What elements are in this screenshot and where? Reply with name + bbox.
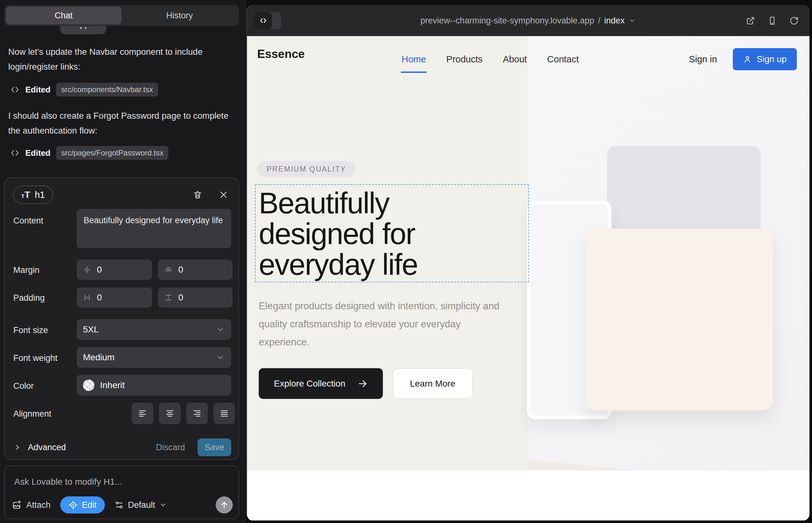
chat-message: I should also create a Forgot Password p… [8,108,234,138]
explore-collection-button[interactable]: Explore Collection [259,368,383,399]
hero-badge: PREMIUM QUALITY [257,161,356,177]
chevron-right-icon [13,443,21,451]
lovable-app: Chat History Now let's update the Navbar… [0,0,812,523]
hero-section: Essence Home Products About Contact Sign… [247,36,810,470]
sign-up-button[interactable]: Sign up [733,48,797,70]
edited-label: Edited [25,85,50,95]
learn-more-button[interactable]: Learn More [393,368,473,399]
editor-header: тT h1 [13,185,229,204]
nav-link-home[interactable]: Home [402,54,426,65]
nav-link-about[interactable]: About [503,54,527,65]
code-icon [10,85,20,94]
decorative-card-cream [586,229,773,410]
file-chip[interactable]: src/pages/ForgotPassword.tsx [56,146,169,160]
align-center-icon [165,409,175,418]
editor-footer: Advanced Discard Save [13,438,231,456]
margin-y-icon [164,266,173,274]
tab-chat[interactable]: Chat [6,7,122,24]
align-left-button[interactable] [132,403,153,424]
margin-y-input[interactable]: 0 [158,259,232,280]
align-center-button[interactable] [159,403,180,424]
external-link-icon[interactable] [746,16,755,25]
file-chip[interactable]: src/components/Navbar.tsx [56,83,158,96]
sliders-icon [114,500,124,510]
composer-toolbar: Attach Edit Default [12,496,233,514]
send-button[interactable] [216,497,233,513]
delete-element-button[interactable] [192,189,203,200]
url-host: preview--charming-site-symphony.lovable.… [421,16,595,26]
nav-link-contact[interactable]: Contact [547,54,579,65]
element-editor-panel: тT h1 Content Beautifully designed for e… [4,177,239,460]
chevron-down-icon [216,353,225,362]
nav-link-products[interactable]: Products [446,54,482,65]
hero-heading[interactable]: Beautifully designed for everyday life [259,188,418,280]
crosshair-icon [68,500,78,510]
code-icon [10,148,20,158]
arrow-right-icon [357,379,368,389]
user-icon [743,55,752,64]
save-button[interactable]: Save [198,438,231,456]
font-size-select[interactable]: 5XL [77,319,231,340]
url-page: index [604,16,625,26]
align-left-icon [138,409,147,418]
font-weight-select[interactable]: Medium [77,347,231,368]
align-right-button[interactable] [186,403,208,424]
align-justify-button[interactable] [213,403,235,424]
scrolled-chip-fragment[interactable] [60,26,106,34]
font-weight-label: Font weight [13,353,58,363]
sign-in-link[interactable]: Sign in [689,54,717,65]
attach-button[interactable]: Attach [12,500,51,510]
tab-history[interactable]: History [122,7,237,24]
site-page: Essence Home Products About Contact Sign… [247,36,810,521]
typography-icon: тT [21,189,30,200]
color-picker[interactable]: Inherit [77,375,231,396]
nav-auth: Sign in Sign up [689,36,797,82]
color-label: Color [13,381,34,391]
chat-message: Now let's update the Navbar component to… [8,44,234,74]
hero-cta-row: Explore Collection Learn More [259,368,473,399]
arrow-up-icon [220,501,229,509]
preview-window: preview--charming-site-symphony.lovable.… [246,5,810,521]
content-textarea[interactable]: Beautifully designed for everyday life [77,209,231,248]
element-tag-pill: тT h1 [13,185,53,204]
margin-x-input[interactable]: 0 [77,259,152,280]
padding-y-input[interactable]: 0 [158,287,232,308]
margin-x-icon [83,266,91,274]
hero-description: Elegant products designed with intention… [259,297,512,351]
align-right-icon [192,409,202,418]
edited-label: Edited [25,148,50,158]
content-label: Content [13,216,43,226]
padding-x-icon [83,293,91,302]
chevron-down-icon [628,17,636,24]
site-nav: Home Products About Contact [402,36,579,82]
advanced-toggle[interactable]: Advanced [28,443,66,452]
browser-chrome: preview--charming-site-symphony.lovable.… [247,5,810,36]
smartphone-icon[interactable] [768,16,777,25]
ellipsis-dot [80,27,82,29]
refresh-icon[interactable] [790,16,799,25]
url-bar[interactable]: preview--charming-site-symphony.lovable.… [247,5,810,36]
alignment-buttons [77,403,235,425]
alignment-label: Alignment [13,409,51,419]
panel-tabs: Chat History [4,5,239,26]
padding-y-icon [164,293,173,302]
edited-file-row: Edited src/pages/ForgotPassword.tsx [10,146,169,160]
chat-composer[interactable]: Ask Lovable to modify H1... Attach Edit … [4,465,239,519]
padding-label: Padding [13,293,45,303]
padding-x-input[interactable]: 0 [77,287,152,308]
edit-mode-button[interactable]: Edit [60,497,105,513]
chevron-down-icon [216,325,225,334]
ellipsis-dot [85,27,86,29]
composer-input[interactable]: Ask Lovable to modify H1... [14,477,122,487]
chrome-actions [746,5,799,36]
close-editor-button[interactable] [218,189,229,200]
discard-button[interactable]: Discard [156,443,185,452]
image-plus-icon [12,500,22,510]
font-size-label: Font size [13,325,48,335]
mode-select[interactable]: Default [114,500,167,510]
site-logo[interactable]: Essence [257,48,305,61]
align-justify-icon [219,409,229,418]
chevron-down-icon [159,501,167,509]
trash-icon [193,190,202,199]
edited-file-row: Edited src/components/Navbar.tsx [10,82,158,97]
